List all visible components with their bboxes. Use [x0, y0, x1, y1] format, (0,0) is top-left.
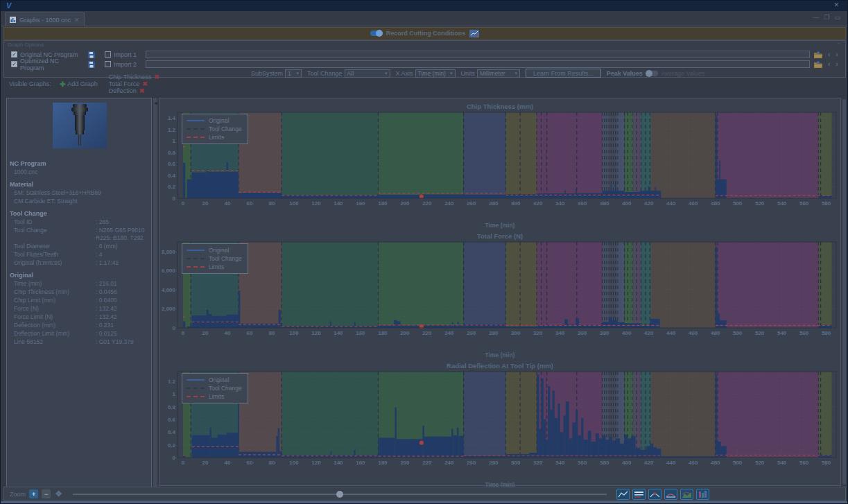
tab-close-icon[interactable]: ✕: [74, 17, 80, 24]
plus-icon: ✚: [60, 80, 65, 88]
tool-change-select[interactable]: All▾: [345, 69, 390, 78]
svg-text:320: 320: [533, 460, 543, 466]
add-graph-button[interactable]: ✚Add Graph: [60, 80, 98, 88]
svg-text:60: 60: [247, 330, 253, 336]
import2-prev-button[interactable]: ‹: [828, 60, 830, 68]
peak-average-toggle[interactable]: [646, 71, 658, 76]
svg-text:120: 120: [311, 200, 321, 207]
svg-text:260: 260: [467, 460, 476, 466]
import2-next-button[interactable]: ›: [836, 60, 838, 68]
zoom-slider-handle[interactable]: [336, 491, 343, 498]
svg-text:360: 360: [578, 330, 587, 336]
svg-text:340: 340: [555, 460, 565, 466]
visible-graphs-label: Visible Graphs:: [9, 80, 51, 87]
save-icon[interactable]: [88, 51, 95, 58]
app-logo: V: [6, 1, 11, 10]
record-label: Record Cutting Conditions: [386, 30, 466, 37]
panel-info-line: Line 58152: G01 Y19.379: [14, 338, 151, 346]
svg-text:20: 20: [202, 330, 209, 336]
svg-text:40: 40: [225, 460, 231, 466]
column-chart-icon[interactable]: [696, 489, 709, 500]
window-close-icon[interactable]: ✕: [833, 1, 839, 8]
charts-scrollbar[interactable]: [842, 98, 847, 487]
legend-dashred-line: [187, 396, 205, 397]
units-select[interactable]: Millimeter▾: [477, 69, 520, 78]
svg-text:180: 180: [378, 200, 388, 207]
collapse-chevron-icon[interactable]: ˆ: [838, 42, 840, 48]
legend-dashdark-line: [187, 388, 205, 389]
panel-info-line: Force Limit (N): 132.42: [14, 313, 151, 321]
remove-graph-icon[interactable]: ✖: [139, 87, 145, 94]
import1-label: Import 1: [114, 51, 141, 58]
svg-text:240: 240: [444, 460, 454, 466]
subsystem-select[interactable]: 1▾: [285, 69, 302, 78]
point-chart-icon[interactable]: [648, 489, 661, 500]
svg-text:420: 420: [644, 330, 654, 336]
svg-text:480: 480: [711, 330, 720, 336]
remove-graph-icon[interactable]: ✖: [154, 73, 159, 80]
line-chart-icon[interactable]: [616, 489, 630, 500]
record-toggle[interactable]: [370, 31, 382, 36]
collapse-arrow-icon[interactable]: ◄: [153, 101, 158, 105]
tab-graphs[interactable]: Graphs - 1000 cnc ✕: [5, 12, 85, 26]
svg-text:520: 520: [755, 200, 765, 207]
curve-chart-icon[interactable]: [664, 489, 677, 500]
import1-checkbox[interactable]: [105, 51, 111, 58]
svg-text:420: 420: [644, 460, 654, 466]
app-window: V ✕ Graphs - 1000 cnc ✕ — ❐ ▭ Record Cut…: [0, 0, 848, 504]
zoom-slider[interactable]: [73, 494, 607, 495]
learn-from-results-button[interactable]: Learn From Results...: [526, 69, 601, 78]
import1-next-button[interactable]: ›: [836, 51, 838, 58]
chart-chip-thickness-mm-[interactable]: Chip Thickness (mm)00.20.40.60.811.21.40…: [159, 103, 840, 229]
optimized-nc-checkbox[interactable]: ✓: [11, 61, 17, 67]
svg-text:120: 120: [311, 460, 321, 466]
average-values-label: Average Values: [661, 70, 705, 77]
data-table-icon[interactable]: [632, 489, 646, 500]
chart-plot[interactable]: 00.20.40.60.811.21.402040608010012014016…: [159, 111, 840, 223]
svg-text:320: 320: [533, 200, 543, 207]
svg-text:340: 340: [555, 330, 565, 336]
svg-text:0: 0: [182, 330, 185, 336]
units-label: Units: [461, 70, 476, 77]
original-nc-checkbox[interactable]: ✓: [11, 51, 17, 58]
svg-text:220: 220: [422, 200, 432, 207]
panel-info-line: Deflection Limit (mm): 0.0125: [14, 330, 151, 338]
panel-info-line: 1000.cnc: [14, 168, 151, 176]
chart-total-force-n-[interactable]: Total Force (N)02,0004,0006,0008,0000204…: [159, 232, 840, 358]
chart-plot[interactable]: 00.20.40.60.811.202040608010012014016018…: [159, 370, 840, 483]
tab-label: Graphs - 1000 cnc: [19, 17, 71, 24]
svg-text:260: 260: [467, 330, 476, 336]
restore-icon[interactable]: ❐: [824, 14, 829, 21]
panel-info-line: Tool Diameter: 6 (mm): [14, 243, 151, 250]
chart-plot[interactable]: 02,0004,0006,0008,0000204060801001201401…: [159, 241, 840, 353]
area-chart-icon[interactable]: [680, 489, 693, 500]
svg-text:0: 0: [182, 460, 185, 466]
svg-text:580: 580: [822, 330, 831, 336]
import1-prev-button[interactable]: ‹: [828, 51, 830, 58]
import2-checkbox[interactable]: [105, 61, 111, 67]
chart-radial-deflection-at-tool-tip-mm-[interactable]: Radial Deflection At Tool Tip (mm)00.20.…: [159, 362, 840, 488]
svg-text:480: 480: [711, 460, 720, 466]
svg-text:180: 180: [378, 460, 388, 466]
minimize-icon[interactable]: —: [813, 14, 819, 21]
svg-text:6,000: 6,000: [162, 268, 176, 274]
remove-graph-icon[interactable]: ✖: [142, 80, 148, 87]
panel-info-line: Tool Change: N265 G65 P9010 R225. B180. …: [14, 227, 151, 242]
zoom-in-button[interactable]: +: [29, 489, 38, 498]
svg-text:360: 360: [578, 460, 587, 466]
import2-path-input[interactable]: [146, 60, 810, 68]
graph-chip-label: Deflection: [109, 87, 137, 94]
zoom-out-button[interactable]: −: [42, 489, 51, 498]
x-axis-select[interactable]: Time (min)▾: [415, 69, 456, 78]
import1-path-input[interactable]: [146, 51, 810, 58]
save-icon[interactable]: [88, 61, 95, 68]
original-program-row: ✓ Original NC Program Import 1 ‹ ›: [4, 50, 845, 59]
open-folder-icon[interactable]: [814, 51, 822, 58]
open-folder-icon[interactable]: [814, 61, 822, 68]
svg-text:140: 140: [334, 460, 343, 466]
svg-text:60: 60: [247, 460, 253, 466]
maximize-icon[interactable]: ▭: [834, 14, 840, 21]
legend-dashred-line: [187, 266, 205, 268]
zoom-fit-button[interactable]: ✥: [54, 489, 63, 498]
panel-splitter[interactable]: ◄: [153, 98, 157, 487]
